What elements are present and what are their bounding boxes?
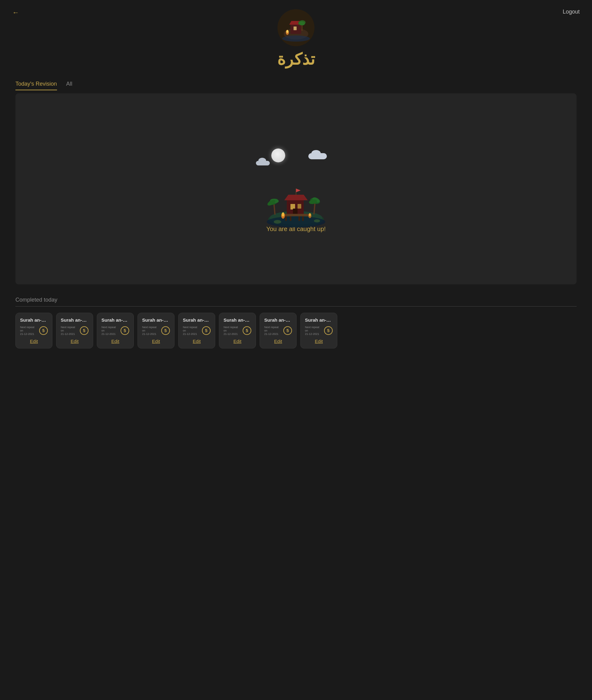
app-title: تذكرة bbox=[277, 50, 315, 68]
card-meta: Next repeat on 21-12-2021 5 bbox=[142, 326, 170, 335]
moon bbox=[271, 149, 285, 162]
card-repeat-info: Next repeat on 21-12-2021 bbox=[224, 326, 241, 335]
repeat-label: Next repeat on bbox=[20, 326, 37, 332]
svg-marker-39 bbox=[296, 189, 301, 192]
card-repeat-info: Next repeat on 21-12-2021 bbox=[183, 326, 200, 335]
completed-section: Completed today Surah an-Naj Next repeat… bbox=[0, 290, 592, 361]
svg-rect-4 bbox=[294, 26, 297, 30]
repeat-badge: 5 bbox=[243, 326, 251, 335]
card-edit-button[interactable]: Edit bbox=[101, 339, 129, 344]
svg-point-27 bbox=[309, 213, 311, 216]
card-edit-button[interactable]: Edit bbox=[305, 339, 333, 344]
island-scene bbox=[256, 146, 336, 216]
card-title: Surah an-Naj bbox=[264, 317, 292, 323]
tab-today-revision[interactable]: Today's Revision bbox=[15, 81, 57, 90]
completed-card-1: Surah an-Naj Next repeat on 21-12-2021 5… bbox=[56, 313, 93, 348]
repeat-badge: 5 bbox=[202, 326, 211, 335]
completed-title: Completed today bbox=[15, 297, 577, 303]
card-meta: Next repeat on 21-12-2021 5 bbox=[224, 326, 251, 335]
card-repeat-info: Next repeat on 21-12-2021 bbox=[20, 326, 37, 335]
svg-rect-17 bbox=[298, 204, 301, 209]
card-repeat-info: Next repeat on 21-12-2021 bbox=[61, 326, 78, 335]
tab-all[interactable]: All bbox=[66, 81, 72, 90]
card-repeat-info: Next repeat on 21-12-2021 bbox=[101, 326, 119, 335]
completed-card-6: Surah an-Naj Next repeat on 21-12-2021 5… bbox=[260, 313, 297, 348]
card-edit-button[interactable]: Edit bbox=[264, 339, 292, 344]
svg-rect-23 bbox=[282, 214, 310, 216]
header: ← bbox=[0, 0, 592, 74]
island-svg bbox=[265, 179, 327, 229]
svg-rect-20 bbox=[290, 216, 291, 221]
tabs-container: Today's Revision All bbox=[0, 81, 592, 90]
repeat-badge: 5 bbox=[120, 326, 129, 335]
logo-container: تذكرة bbox=[277, 6, 315, 68]
card-edit-button[interactable]: Edit bbox=[142, 339, 170, 344]
repeat-date: 21-12-2021 bbox=[264, 332, 282, 335]
completed-card-4: Surah an-Naj Next repeat on 21-12-2021 5… bbox=[178, 313, 215, 348]
card-repeat-info: Next repeat on 21-12-2021 bbox=[264, 326, 282, 335]
card-title: Surah an-Naj bbox=[61, 317, 89, 323]
cloud-right bbox=[308, 153, 327, 159]
cloud-left bbox=[256, 161, 270, 165]
repeat-date: 21-12-2021 bbox=[224, 332, 241, 335]
svg-marker-15 bbox=[284, 195, 308, 200]
card-title: Surah an-Naj bbox=[20, 317, 48, 323]
svg-point-37 bbox=[314, 219, 320, 222]
repeat-date: 21-12-2021 bbox=[142, 332, 159, 335]
card-title: Surah an-Naj bbox=[142, 317, 170, 323]
card-title: Surah an-Naj bbox=[101, 317, 129, 323]
logo-image bbox=[278, 9, 314, 46]
card-title: Surah an-Naj bbox=[183, 317, 211, 323]
repeat-badge: 5 bbox=[283, 326, 292, 335]
repeat-label: Next repeat on bbox=[305, 326, 322, 332]
card-repeat-info: Next repeat on 21-12-2021 bbox=[142, 326, 159, 335]
main-panel: You are all caught up! bbox=[15, 93, 577, 284]
completed-card-5: Surah an-Naj Next repeat on 21-12-2021 5… bbox=[219, 313, 256, 348]
card-edit-button[interactable]: Edit bbox=[20, 339, 48, 344]
repeat-badge: 5 bbox=[80, 326, 89, 335]
card-repeat-info: Next repeat on 21-12-2021 bbox=[305, 326, 322, 335]
card-title: Surah an-Najm bbox=[305, 317, 333, 323]
card-meta: Next repeat on 21-12-2021 5 bbox=[305, 326, 333, 335]
completed-card-7: Surah an-Najm Next repeat on 21-12-2021 … bbox=[300, 313, 337, 348]
card-edit-button[interactable]: Edit bbox=[183, 339, 211, 344]
logout-button[interactable]: Logout bbox=[563, 9, 580, 15]
completed-card-2: Surah an-Naj Next repeat on 21-12-2021 5… bbox=[97, 313, 134, 348]
repeat-badge: 5 bbox=[324, 326, 333, 335]
card-meta: Next repeat on 21-12-2021 5 bbox=[183, 326, 211, 335]
card-meta: Next repeat on 21-12-2021 5 bbox=[61, 326, 89, 335]
repeat-date: 21-12-2021 bbox=[101, 332, 119, 335]
svg-point-36 bbox=[274, 220, 281, 224]
card-meta: Next repeat on 21-12-2021 5 bbox=[20, 326, 48, 335]
card-title: Surah an-Naj bbox=[224, 317, 251, 323]
repeat-badge: 5 bbox=[39, 326, 48, 335]
repeat-label: Next repeat on bbox=[183, 326, 200, 332]
repeat-label: Next repeat on bbox=[142, 326, 159, 332]
repeat-date: 21-12-2021 bbox=[20, 332, 37, 335]
repeat-label: Next repeat on bbox=[264, 326, 282, 332]
completed-card-0: Surah an-Naj Next repeat on 21-12-2021 5… bbox=[15, 313, 52, 348]
repeat-date: 21-12-2021 bbox=[183, 332, 200, 335]
card-edit-button[interactable]: Edit bbox=[224, 339, 251, 344]
svg-rect-22 bbox=[298, 216, 300, 221]
completed-divider bbox=[15, 306, 577, 307]
svg-point-6 bbox=[287, 30, 288, 33]
repeat-badge: 5 bbox=[161, 326, 170, 335]
card-meta: Next repeat on 21-12-2021 5 bbox=[264, 326, 292, 335]
card-edit-button[interactable]: Edit bbox=[61, 339, 89, 344]
card-meta: Next repeat on 21-12-2021 5 bbox=[101, 326, 129, 335]
back-button[interactable]: ← bbox=[12, 9, 19, 17]
svg-point-10 bbox=[282, 36, 310, 42]
logo-scene-svg bbox=[278, 9, 314, 46]
completed-card-3: Surah an-Naj Next repeat on 21-12-2021 5… bbox=[138, 313, 175, 348]
repeat-label: Next repeat on bbox=[224, 326, 241, 332]
repeat-date: 21-12-2021 bbox=[61, 332, 78, 335]
repeat-label: Next repeat on bbox=[101, 326, 119, 332]
completed-cards-row: Surah an-Naj Next repeat on 21-12-2021 5… bbox=[15, 313, 577, 352]
island-illustration bbox=[265, 179, 327, 210]
repeat-date: 21-12-2021 bbox=[305, 332, 322, 335]
svg-point-25 bbox=[282, 212, 284, 217]
repeat-label: Next repeat on bbox=[61, 326, 78, 332]
